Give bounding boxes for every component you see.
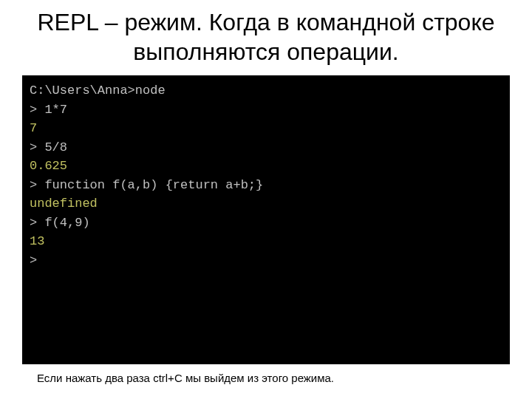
terminal-input: > 1*7 (30, 100, 502, 120)
terminal-output: 7 (30, 119, 502, 138)
slide-footer: Если нажать два раза ctrl+C мы выйдем из… (22, 372, 510, 384)
terminal-output: undefined (30, 194, 502, 214)
terminal-output: 0.625 (30, 157, 502, 176)
terminal-input: > f(4,9) (30, 214, 502, 233)
terminal-input: > function f(a,b) {return a+b;} (30, 176, 502, 195)
terminal-output: 13 (30, 232, 502, 251)
terminal-window: C:\Users\Anna>node > 1*7 7 > 5/8 0.625 >… (22, 75, 510, 364)
terminal-prompt: C:\Users\Anna>node (30, 81, 502, 100)
terminal-input: > 5/8 (30, 138, 502, 157)
slide: REPL – режим. Когда в командной строке в… (0, 0, 532, 399)
slide-title: REPL – режим. Когда в командной строке в… (22, 7, 510, 66)
terminal-input: > (30, 251, 502, 270)
